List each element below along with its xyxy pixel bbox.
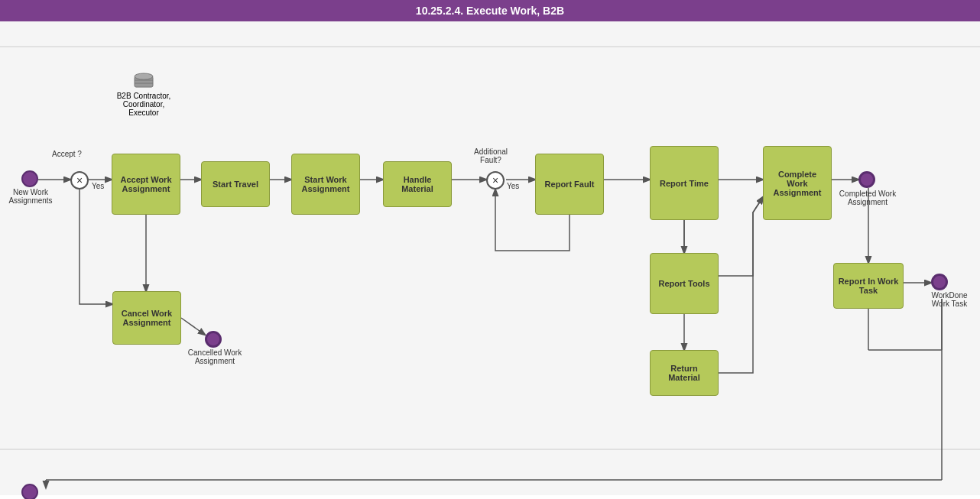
label-workdone: WorkDone Work Task xyxy=(923,291,976,308)
process-cancel-work[interactable]: Cancel Work Assignment xyxy=(112,291,181,345)
diagram-area: B2B Contractor, Coordinator, Executor Ne… xyxy=(0,21,980,495)
event-cancelled xyxy=(205,331,222,348)
label-cancelled: Cancelled Work Assignment xyxy=(184,348,245,365)
event-new-work xyxy=(21,170,38,187)
process-accept-work[interactable]: Accept Work Assignment xyxy=(112,154,180,215)
event-completed-work xyxy=(858,171,875,188)
header: 10.25.2.4. Execute Work, B2B xyxy=(0,0,980,21)
label-completed-work: Completed Work Assignment xyxy=(833,190,902,206)
actor-container: B2B Contractor, Coordinator, Executor xyxy=(113,61,174,117)
gateway-additional-fault: × xyxy=(486,171,505,190)
label-yes-fault: Yes xyxy=(507,182,519,190)
label-accept-q: Accept ? xyxy=(52,150,82,158)
actor-label: B2B Contractor, Coordinator, Executor xyxy=(113,92,174,117)
label-additional-fault: Additional Fault? xyxy=(468,147,514,164)
label-new-work: New Work Assignments xyxy=(0,188,61,205)
process-start-travel[interactable]: Start Travel xyxy=(201,161,270,207)
svg-line-15 xyxy=(181,318,205,335)
process-complete-work[interactable]: Complete Work Assignment xyxy=(763,146,832,220)
process-report-fault[interactable]: Report Fault xyxy=(535,154,604,215)
process-handle-material[interactable]: Handle Material xyxy=(383,161,452,207)
gateway-accept: × xyxy=(70,171,89,190)
process-report-time[interactable]: Report Time xyxy=(650,146,719,220)
svg-point-23 xyxy=(135,73,153,79)
event-started-work xyxy=(21,484,38,499)
header-title: 10.25.2.4. Execute Work, B2B xyxy=(416,5,564,17)
process-return-material[interactable]: Return Material xyxy=(650,350,719,396)
actor-icon xyxy=(128,61,159,92)
process-report-tools[interactable]: Report Tools xyxy=(650,253,719,314)
process-report-in-work[interactable]: Report In Work Task xyxy=(833,263,904,309)
label-yes-accept: Yes xyxy=(92,182,104,190)
event-workdone xyxy=(931,274,948,290)
process-start-work[interactable]: Start Work Assignment xyxy=(291,154,360,215)
